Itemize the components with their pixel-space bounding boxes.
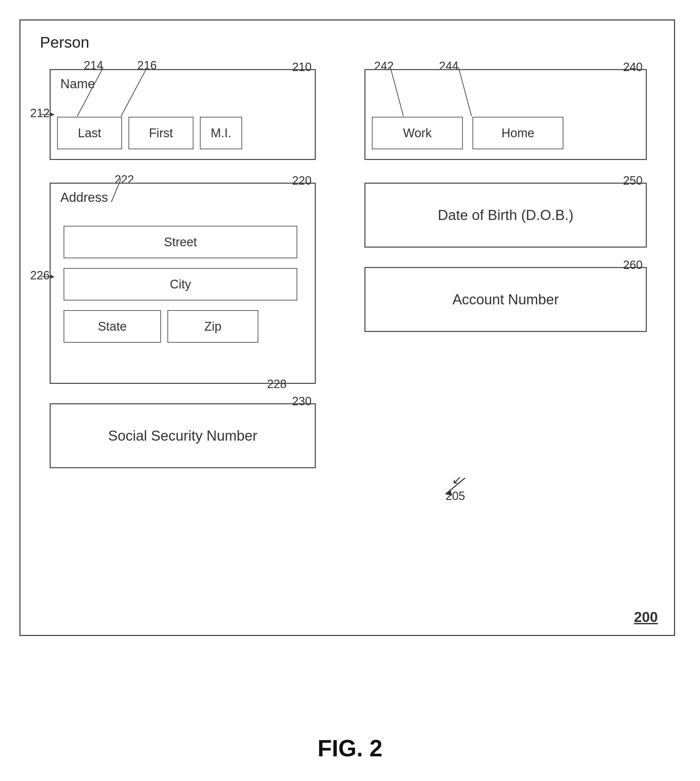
name-box-label: Name [60,77,95,91]
dob-label: Date of Birth (D.O.B.) [438,207,573,223]
ssn-box-230: 230 Social Security Number [50,403,316,468]
name-box-210: Name 210 Last First M.I. [50,69,316,160]
address-box-220: Address 220 Street City State Zip [50,183,316,384]
street-label: Street [164,235,197,249]
work-phone-field[interactable]: Work [372,117,463,149]
city-label: City [170,277,191,291]
zip-label: Zip [205,320,222,333]
first-name-field[interactable]: First [128,117,193,149]
name-box-number: 210 [292,60,312,74]
home-label: Home [502,126,534,140]
person-label: Person [40,33,89,51]
outer-border: Person 212 214 216 Name 210 Las [20,20,675,636]
account-box-number: 260 [623,258,643,272]
dob-box-250: 250 Date of Birth (D.O.B.) [365,183,647,248]
account-label: Account Number [452,291,559,308]
first-name-label: First [149,126,173,140]
last-name-label: Last [78,126,101,140]
ref-226: 226 [30,269,50,282]
arrow-indicator: ↙ [452,473,462,487]
street-field[interactable]: Street [63,226,297,258]
ref-212: 212 [30,107,50,120]
state-field[interactable]: State [63,310,161,343]
state-zip-container: State Zip [63,310,258,343]
ref-205: 205 [445,489,465,503]
phone-fields: Work Home [372,117,563,149]
address-box-number: 220 [292,174,312,188]
street-field-container: Street [63,226,297,258]
work-label: Work [403,126,432,140]
state-label: State [98,320,127,333]
ssn-label: Social Security Number [108,428,257,444]
address-box-label: Address [60,190,108,205]
last-name-field[interactable]: Last [57,117,122,149]
name-fields: Last First M.I. [57,117,242,149]
ssn-box-number: 230 [292,395,312,408]
ref-200: 200 [634,609,658,625]
mi-label: M.I. [211,126,231,140]
home-phone-field[interactable]: Home [473,117,563,149]
account-box-260: 260 Account Number [365,267,647,332]
figure-label: FIG. 2 [317,735,382,761]
ref-228: 228 [267,377,287,391]
city-field-container: City [63,268,297,300]
zip-field[interactable]: Zip [167,310,258,343]
dob-box-number: 250 [623,174,643,188]
mi-field[interactable]: M.I. [200,117,242,149]
phone-box-240: 240 Work Home [365,69,647,160]
city-field[interactable]: City [63,268,297,300]
phone-box-number: 240 [623,60,643,74]
